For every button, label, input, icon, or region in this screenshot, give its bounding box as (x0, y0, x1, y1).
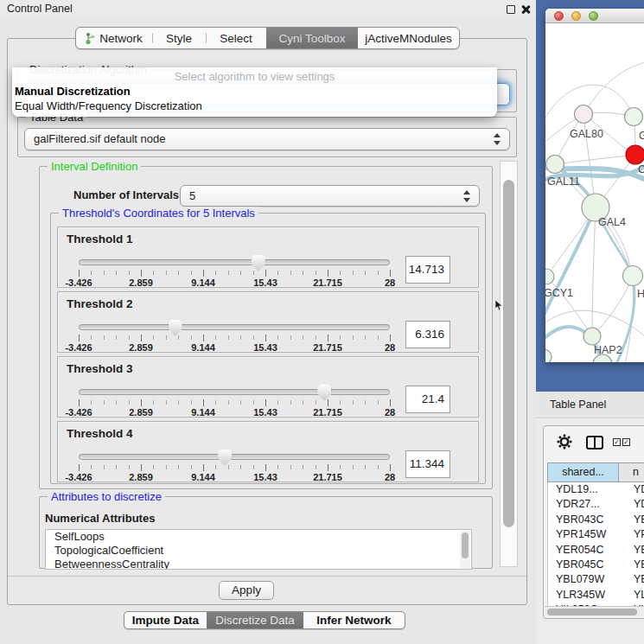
threshold-value-field[interactable]: 6.316 (405, 321, 450, 348)
attributes-scrollbar[interactable] (460, 531, 470, 570)
tab-style[interactable]: Style (152, 28, 206, 48)
close-window-icon[interactable] (554, 11, 564, 21)
table-row[interactable]: YLR345WYLR3 (548, 588, 644, 603)
threshold-slider-thumb[interactable] (169, 320, 182, 336)
tab-label: Cyni Toolbox (278, 32, 345, 45)
tick-mark (390, 335, 391, 341)
tick-mark (290, 271, 291, 275)
tab-jactivemnodules[interactable]: jActiveMNodules (358, 28, 459, 48)
tick-label: 15.43 (253, 277, 277, 288)
tick-mark (303, 400, 303, 405)
dropdown-placeholder-item[interactable]: Select algorithm to view settings (12, 70, 497, 83)
tick-mark (116, 400, 117, 405)
table-row[interactable]: YPR145WYPR1 (548, 527, 644, 542)
table-panel-title: Table Panel (550, 399, 606, 411)
number-of-intervals-combobox[interactable]: 5 (180, 185, 480, 207)
zoom-window-icon[interactable] (589, 11, 598, 21)
tick-label: 21.715 (313, 407, 342, 418)
cell-name: YDR2 (634, 497, 644, 512)
settings-scrollbar-thumb[interactable] (503, 180, 514, 527)
svg-text:GCY1: GCY1 (545, 287, 573, 299)
tick-mark (191, 400, 192, 405)
tick-mark (129, 335, 130, 340)
threshold-slider-thumb[interactable] (252, 255, 265, 271)
tick-mark (365, 465, 366, 469)
tick-mark (191, 335, 192, 340)
tab-select[interactable]: Select (206, 28, 266, 48)
tick-label: 2.859 (129, 342, 153, 353)
attribute-item-selfloops[interactable]: SelfLoops (46, 530, 471, 544)
checkbox-icon[interactable]: ✓ (613, 438, 621, 446)
tick-label: -3.426 (65, 472, 92, 482)
tick-mark (340, 271, 341, 275)
tick-mark (353, 400, 354, 405)
threshold-value-field[interactable]: 11.344 (405, 450, 450, 478)
tab-network[interactable]: Network (76, 28, 152, 48)
table-row[interactable]: YER054CYER0 (548, 543, 644, 558)
threshold-slider-thumb[interactable] (218, 450, 232, 466)
tick-mark (277, 465, 278, 469)
float-panel-icon[interactable] (507, 5, 515, 14)
tick-label: 28 (385, 472, 395, 482)
tick-mark (240, 271, 241, 275)
tab-label: Style (166, 32, 192, 45)
table-row[interactable]: YBR043CYBR0 (548, 513, 644, 527)
table-data-combobox[interactable]: galFiltered.sif default node (24, 128, 510, 150)
tick-mark (129, 400, 130, 405)
threshold-slider-track[interactable] (79, 454, 390, 460)
tick-mark (265, 270, 266, 277)
combo-stepper-icon (494, 133, 501, 145)
tab-impute-data[interactable]: Impute Data (124, 612, 207, 628)
table-hscrollbar[interactable] (545, 606, 644, 616)
numerical-attributes-list[interactable]: SelfLoopsTopologicalCoefficientBetweenne… (45, 529, 472, 570)
tick-label: 28 (385, 277, 395, 288)
close-panel-icon[interactable] (520, 4, 531, 15)
table-row[interactable]: YDR27...YDR2 (548, 497, 644, 512)
gear-icon[interactable] (557, 434, 572, 450)
column-header-shared-name[interactable]: shared... (547, 462, 619, 482)
threshold-slider-track[interactable] (79, 259, 390, 265)
tick-mark (353, 465, 354, 469)
network-view[interactable]: GAL80GACGAL11GAL4GCY1HHAP2 (545, 24, 644, 365)
minimize-window-icon[interactable] (571, 11, 581, 21)
tick-mark (328, 270, 328, 277)
tab-cyni-toolbox[interactable]: Cyni Toolbox (266, 28, 358, 48)
columns-icon[interactable] (586, 436, 603, 450)
tick-mark (265, 399, 266, 406)
interval-definition-title: Interval Definition (48, 160, 141, 173)
threshold-panel-3: Threshold 3-3.4262.8599.14415.4321.71528… (57, 356, 479, 418)
dropdown-item-equal-width[interactable]: Equal Width/Frequency Discretization (15, 99, 202, 112)
threshold-value-field[interactable]: 14.713 (405, 256, 450, 284)
tick-mark (378, 465, 379, 469)
tick-mark (203, 464, 204, 471)
svg-text:GAL4: GAL4 (598, 216, 626, 228)
tick-mark (277, 271, 278, 275)
tick-mark (253, 335, 254, 340)
tab-infer-network[interactable]: Infer Network (303, 612, 405, 628)
network-window-titlebar[interactable] (545, 9, 644, 23)
tick-mark (228, 465, 229, 469)
attribute-item-topologicalcoefficient[interactable]: TopologicalCoefficient (46, 544, 471, 558)
column-header-name[interactable]: n (618, 462, 644, 482)
table-row[interactable]: YDL19...YDL1 (548, 482, 644, 497)
tick-mark (153, 335, 154, 340)
table-row[interactable]: YBR045CYBR0 (548, 558, 644, 572)
tick-mark (215, 465, 216, 469)
threshold-value-field[interactable]: 21.4 (405, 386, 450, 413)
table-row[interactable]: YBL079WYBL0 (548, 572, 644, 587)
control-panel: Control Panel NetworkStyleSelectCyni Too… (0, 0, 536, 644)
tick-label: 15.43 (253, 342, 277, 353)
tick-mark (240, 400, 241, 405)
checkbox-icon[interactable]: ✓ (622, 438, 630, 446)
dropdown-item-manual-discretization[interactable]: Manual Discretization (15, 85, 131, 98)
threshold-slider-thumb[interactable] (317, 385, 331, 401)
tick-mark (191, 465, 192, 469)
apply-button[interactable]: Apply (219, 581, 274, 600)
attribute-item-betweennesscentrality[interactable]: BetweennessCentrality (46, 558, 471, 570)
tick-mark (328, 399, 328, 406)
threshold-panel-1: Threshold 1-3.4262.8599.14415.4321.71528… (57, 226, 479, 288)
threshold-slider-track[interactable] (79, 324, 390, 330)
tick-mark (79, 270, 80, 277)
threshold-slider-track[interactable] (79, 389, 390, 395)
tab-discretize-data[interactable]: Discretize Data (207, 612, 303, 628)
